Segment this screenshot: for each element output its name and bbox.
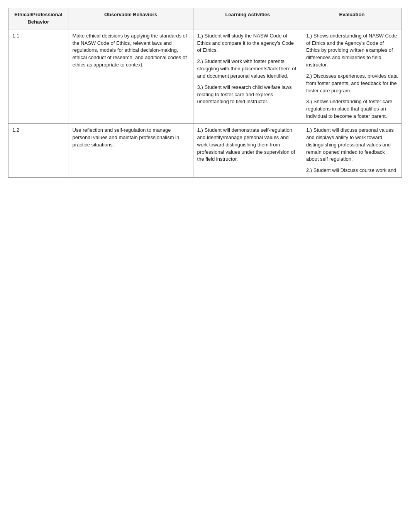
header-evaluation: Evaluation [302,8,402,29]
curriculum-table: Ethical/Professional Behavior Observable… [8,8,402,178]
header-ethical-professional: Ethical/Professional Behavior [8,8,68,29]
learning-activities-cell: 1.) Student will demonstrate self-regula… [193,123,302,177]
observable-behaviors-cell: Make ethical decisions by applying the s… [68,29,193,123]
main-table-container: Ethical/Professional Behavior Observable… [8,8,402,178]
evaluation-cell: 1.) Shows understanding of NASW Code of … [302,29,402,123]
table-row: 1.1Make ethical decisions by applying th… [8,29,402,123]
table-header-row: Ethical/Professional Behavior Observable… [8,8,402,29]
row-id: 1.1 [8,29,68,123]
table-row: 1.2Use reflection and self-regulation to… [8,123,402,177]
learning-activities-cell: 1.) Student will study the NASW Code of … [193,29,302,123]
header-observable: Observable Behaviors [68,8,193,29]
observable-behaviors-cell: Use reflection and self-regulation to ma… [68,123,193,177]
header-learning: Learning Activities [193,8,302,29]
row-id: 1.2 [8,123,68,177]
evaluation-cell: 1.) Student will discuss personal values… [302,123,402,177]
